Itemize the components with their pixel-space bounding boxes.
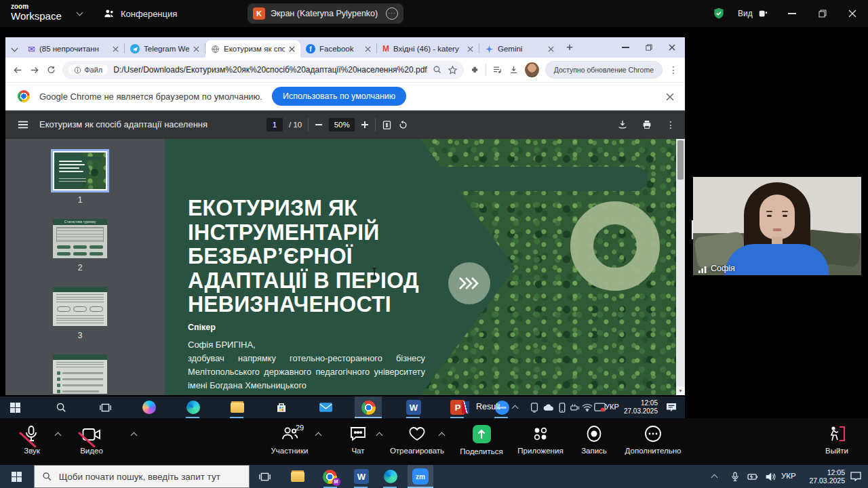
zoom-zm-icon[interactable]: zm (412, 468, 429, 485)
rotate-icon[interactable] (398, 120, 408, 130)
video-button[interactable]: Видео (60, 425, 123, 455)
edge-icon[interactable] (382, 468, 399, 485)
start-button[interactable] (7, 399, 23, 415)
address-bar[interactable]: Файл D:/User/Downloads/Екотуризм%20як%20… (62, 61, 464, 79)
chrome-icon[interactable]: M (321, 468, 338, 485)
close-button[interactable] (848, 9, 856, 18)
word-icon[interactable]: W (353, 468, 370, 485)
leave-button[interactable]: Выйти (806, 425, 868, 455)
tab-search-chevron-icon[interactable] (12, 45, 18, 52)
tab-screen-share[interactable]: K Экран (Kateryna Pylypenko) ··· (248, 3, 403, 24)
tray-overflow-chevron-icon[interactable] (711, 474, 718, 481)
task-view-icon[interactable] (256, 468, 273, 485)
pdf-menu-icon[interactable] (18, 120, 28, 129)
tray-result-label[interactable]: Result (476, 402, 500, 411)
zoom-in-icon[interactable] (361, 121, 369, 129)
file-explorer-icon[interactable] (290, 468, 306, 485)
close-tab-icon[interactable] (193, 46, 199, 52)
bookmark-star-icon[interactable] (448, 65, 458, 75)
word-icon[interactable]: W (406, 399, 422, 415)
thumbnail-page-4[interactable] (53, 354, 107, 394)
zoom-page-icon[interactable] (433, 65, 442, 75)
window-close-button[interactable] (669, 44, 675, 51)
video-options-chevron-icon[interactable] (131, 432, 138, 439)
thumbnail-page-2[interactable]: Статистика туризму (53, 219, 107, 258)
security-shield-icon[interactable] (712, 7, 726, 20)
more-button[interactable]: Дополнительно (622, 425, 684, 455)
tab-meeting[interactable]: Конференция (103, 0, 177, 27)
pdf-scrollbar[interactable]: ▾ (676, 139, 685, 395)
audio-button[interactable]: Звук (1, 425, 63, 455)
task-view-icon[interactable] (97, 399, 113, 415)
thumbnail-page-3[interactable] (53, 287, 107, 326)
window-minimize-button[interactable] (622, 47, 629, 48)
close-tab-icon[interactable] (467, 46, 473, 52)
share-button[interactable]: Поделиться (450, 425, 513, 455)
edge-icon[interactable] (185, 399, 201, 415)
zoom-out-icon[interactable] (315, 121, 323, 129)
record-button[interactable]: Запись (563, 425, 625, 455)
more-options-icon[interactable]: ··· (386, 7, 398, 20)
window-restore-button[interactable] (646, 44, 652, 51)
nba-app-icon[interactable] (462, 401, 469, 413)
taskbar-search-box[interactable] (34, 465, 250, 488)
chrome-update-chip[interactable]: Доступно обновление Chrome (545, 61, 663, 79)
tray-overflow-chevron-icon[interactable] (512, 405, 519, 412)
maximize-button[interactable] (818, 9, 827, 18)
start-button[interactable] (8, 468, 24, 485)
set-default-button[interactable]: Использовать по умолчанию (272, 87, 406, 106)
view-button[interactable]: Вид (738, 0, 768, 27)
chat-button[interactable]: Чат (327, 425, 389, 455)
zoom-level-value[interactable]: 50% (329, 118, 355, 131)
extensions-icon[interactable] (470, 65, 479, 75)
action-center-icon[interactable] (848, 468, 864, 485)
media-controls-icon[interactable] (492, 64, 502, 75)
close-tab-icon[interactable] (289, 46, 295, 52)
action-center-icon[interactable] (663, 399, 679, 415)
react-button[interactable]: Отреагировать (386, 425, 448, 455)
forward-icon[interactable] (29, 64, 40, 76)
tray-clock[interactable]: 12:05 27.03.2025 (616, 399, 658, 415)
banner-close-icon[interactable] (666, 93, 674, 101)
close-tab-icon[interactable] (548, 46, 554, 52)
fit-page-icon[interactable] (382, 120, 392, 130)
scrollbar-thumb[interactable] (677, 140, 684, 180)
taskbar-search-input[interactable] (59, 472, 241, 482)
thumbnail-page-1[interactable] (53, 151, 107, 190)
tab-gmail[interactable]: M Вхідні (46) - katery (377, 40, 479, 58)
browser-menu-kebab-icon[interactable]: ⋮ (669, 66, 678, 73)
profile-avatar[interactable] (525, 62, 539, 77)
next-chevrons-button[interactable] (448, 262, 490, 304)
new-tab-button[interactable]: + (566, 43, 573, 52)
participants-button[interactable]: 29 Участники (258, 425, 321, 455)
tab-ecotourism-active[interactable]: Екотуризм як спо (205, 40, 300, 58)
tab-gemini[interactable]: Gemini (479, 40, 559, 58)
page-number-input[interactable]: 1 (267, 118, 283, 131)
pdf-more-kebab-icon[interactable]: ⋮ (666, 119, 675, 130)
close-tab-icon[interactable] (365, 46, 371, 52)
mail-app-icon[interactable] (317, 399, 334, 415)
tray-clock[interactable]: 12:05 27.03.2025 (804, 468, 845, 485)
workspace-chevron-down-icon[interactable] (77, 9, 83, 16)
close-tab-icon[interactable] (113, 46, 119, 52)
tray-language[interactable]: УКР (781, 472, 796, 480)
webcam-tile[interactable]: Софія (693, 173, 861, 278)
speaker-icon[interactable] (762, 468, 778, 485)
tab-telegram[interactable]: Telegram Web (125, 40, 205, 58)
back-icon[interactable] (12, 64, 23, 76)
copilot-icon[interactable] (141, 399, 157, 415)
chrome-taskbar-icon[interactable] (360, 399, 376, 415)
downloads-icon[interactable] (509, 64, 519, 75)
search-icon[interactable] (53, 399, 69, 415)
minimize-button[interactable] (788, 13, 796, 14)
battery-icon[interactable] (745, 468, 761, 485)
ms-store-icon[interactable] (273, 399, 290, 415)
tab-mail[interactable]: ✉ (85 непрочитанн (22, 40, 124, 58)
microphone-tray-icon[interactable] (727, 468, 743, 485)
print-icon[interactable] (642, 119, 652, 130)
tab-facebook[interactable]: f Facebook (300, 40, 376, 58)
file-explorer-icon[interactable] (229, 399, 245, 415)
pdf-download-icon[interactable] (617, 119, 628, 130)
reload-icon[interactable] (46, 64, 56, 75)
scrollbar-down-arrow[interactable]: ▾ (676, 386, 685, 395)
